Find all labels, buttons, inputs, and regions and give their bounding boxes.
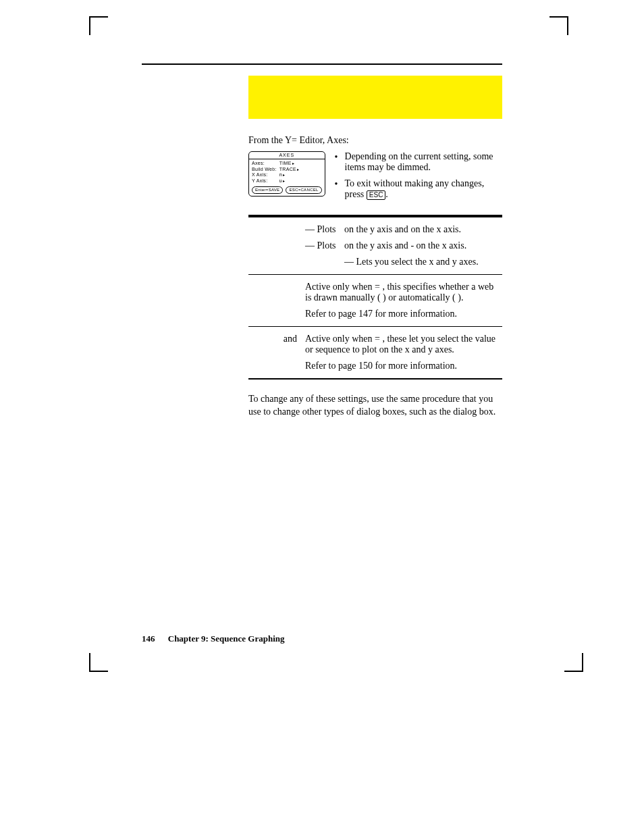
closing-text-b: dialog box.	[453, 407, 495, 417]
row-label	[248, 282, 305, 319]
row-body: Active only when = , these let you selec…	[305, 334, 502, 371]
notes-row: AXES Axes: Build Web: X Axis: Y Axis: TI…	[248, 151, 502, 205]
page-footer: 146 Chapter 9: Sequence Graphing	[142, 633, 285, 644]
dialog-label: Build Web:	[252, 167, 277, 172]
bullet-text-part: To exit without making any changes, pres…	[345, 178, 485, 199]
buildweb-line: Active only when = , this specifies whet…	[305, 282, 502, 303]
description-table: — Plots on the y axis and on the x axis.…	[248, 216, 502, 380]
crop-mark-top-left	[89, 16, 108, 35]
dialog-label: X Axis:	[252, 172, 277, 178]
bullet-text: Depending on the current setting, some i…	[345, 151, 502, 173]
axes-custom-line: — Lets you select the x and y axes.	[305, 257, 502, 267]
crop-mark-top-right	[549, 16, 568, 35]
row-label: and	[248, 334, 305, 371]
dialog-value: u	[279, 178, 300, 184]
table-row: and Active only when = , these let you s…	[248, 327, 502, 380]
desc-dash: — Plots	[305, 240, 336, 251]
row-body: Active only when = , this specifies whet…	[305, 282, 502, 319]
desc-text: on the x axis.	[410, 224, 461, 234]
dialog-values-column: TIME TRACE n u	[279, 161, 300, 184]
refer-text: Refer to page 150 for more information.	[305, 361, 502, 371]
axes-dialog-title: AXES	[249, 152, 325, 159]
dialog-cancel-button: ESC=CANCEL	[286, 186, 321, 194]
crop-mark-bottom-left	[89, 653, 108, 672]
row-label	[248, 224, 305, 267]
desc-dash: — Plots	[305, 224, 336, 235]
page-content: From the Y= Editor, Axes: AXES Axes: Bui…	[142, 63, 502, 428]
row-body: — Plots on the y axis and on the x axis.…	[305, 224, 502, 267]
content-column: From the Y= Editor, Axes: AXES Axes: Bui…	[248, 76, 502, 419]
xaxis-yaxis-line: Active only when = , these let you selec…	[305, 334, 502, 355]
axes-dialog-buttons: Enter=SAVE ESC=CANCEL	[249, 185, 325, 196]
desc-text: ) or automatically (	[383, 292, 456, 303]
axes-web-line: — Plots on the y axis and - on the x axi…	[305, 240, 502, 251]
notes-bullets: Depending on the current setting, some i…	[335, 151, 502, 205]
axes-dialog: AXES Axes: Build Web: X Axis: Y Axis: TI…	[248, 151, 325, 197]
axes-dialog-body: Axes: Build Web: X Axis: Y Axis: TIME TR…	[249, 159, 325, 185]
desc-text: ).	[458, 292, 463, 303]
chapter-title: Chapter 9: Sequence Graphing	[168, 633, 285, 644]
desc-text: on the y axis and	[344, 224, 410, 234]
dialog-label: Axes:	[252, 161, 277, 166]
dialog-labels-column: Axes: Build Web: X Axis: Y Axis:	[252, 161, 277, 184]
bullet-item: Depending on the current setting, some i…	[335, 151, 502, 173]
dialog-value: TRACE	[279, 167, 300, 172]
intro-text: From the Y= Editor, Axes:	[248, 135, 502, 146]
desc-text: =	[375, 334, 382, 344]
desc-text: -	[410, 240, 416, 251]
dialog-value: TIME	[279, 161, 300, 166]
refer-text: Refer to page 147 for more information.	[305, 309, 502, 319]
dialog-value: n	[279, 172, 300, 178]
desc-text: on the x axis.	[417, 240, 467, 251]
bullet-item: To exit without making any changes, pres…	[335, 178, 502, 200]
bullet-text: To exit without making any changes, pres…	[345, 178, 502, 200]
highlight-block	[248, 76, 502, 119]
table-row: — Plots on the y axis and on the x axis.…	[248, 216, 502, 275]
dialog-label: Y Axis:	[252, 178, 277, 184]
table-row: Active only when = , this specifies whet…	[248, 275, 502, 327]
desc-text: — Lets you select the x and y axes.	[344, 257, 479, 267]
crop-mark-bottom-right	[564, 653, 583, 672]
page-number: 146	[142, 633, 155, 644]
desc-text: =	[375, 282, 382, 292]
desc-text: Active only when	[305, 282, 375, 292]
desc-text: on the y axis and	[344, 240, 410, 251]
top-rule	[142, 63, 502, 65]
desc-text: Active only when	[305, 334, 375, 344]
closing-paragraph: To change any of these settings, use the…	[248, 393, 502, 419]
esc-key: ESC	[367, 190, 386, 200]
axes-time-line: — Plots on the y axis and on the x axis.	[305, 224, 502, 235]
dialog-save-button: Enter=SAVE	[252, 186, 283, 194]
